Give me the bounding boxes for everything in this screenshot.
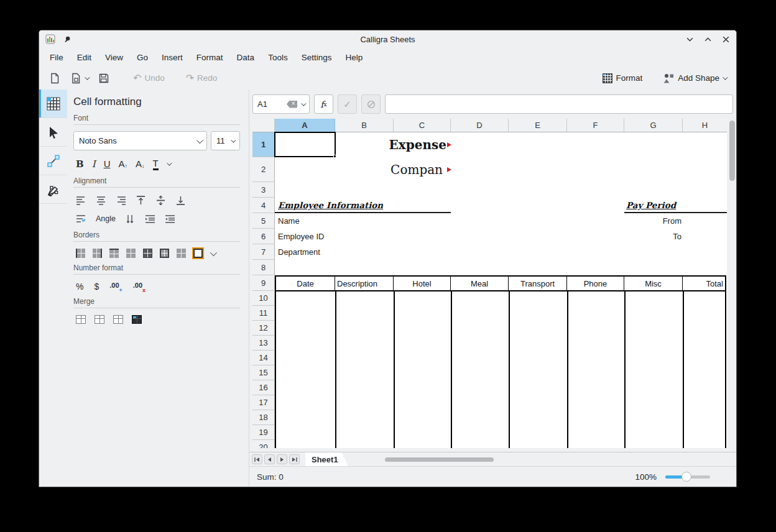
open-document-button[interactable]: [67, 70, 92, 86]
border-left-button[interactable]: [76, 249, 85, 258]
row-header-14[interactable]: 14: [252, 351, 275, 365]
outer-border-button[interactable]: [160, 249, 169, 258]
column-header-G[interactable]: G: [624, 119, 683, 132]
zoom-slider-handle[interactable]: [681, 472, 691, 482]
cell-company-title[interactable]: Compan: [335, 157, 443, 182]
horizontal-scrollbar-thumb[interactable]: [385, 457, 494, 462]
row-header-15[interactable]: 15: [252, 365, 275, 380]
formula-input[interactable]: [385, 94, 733, 114]
previous-sheet-button[interactable]: [264, 454, 275, 464]
cell-reference-box[interactable]: A1: [252, 94, 310, 114]
save-button[interactable]: [95, 70, 113, 86]
cell-department-label[interactable]: Department: [278, 244, 320, 260]
cell-tool-button[interactable]: [39, 89, 67, 118]
table-header-transport[interactable]: Transport: [509, 277, 567, 290]
grow-font-button[interactable]: A↑: [118, 159, 127, 169]
row-header-16[interactable]: 16: [252, 380, 275, 395]
cell-reference-chevron-icon[interactable]: [301, 101, 306, 106]
accept-formula-button[interactable]: ✓: [338, 94, 357, 114]
row-header-18[interactable]: 18: [252, 410, 275, 425]
menu-format[interactable]: Format: [190, 50, 230, 65]
table-header-misc[interactable]: Misc: [624, 277, 683, 290]
column-header-F[interactable]: F: [567, 119, 624, 132]
row-header-5[interactable]: 5: [252, 213, 275, 229]
percent-format-button[interactable]: %: [76, 282, 83, 291]
row-header-4[interactable]: 4: [252, 198, 275, 213]
titlebar[interactable]: Calligra Sheets: [39, 30, 736, 48]
decrease-precision-button[interactable]: .00x: [133, 282, 146, 291]
zoom-slider[interactable]: [665, 475, 710, 479]
tab-sheet1[interactable]: Sheet1: [305, 452, 348, 466]
vertical-text-button[interactable]: [125, 214, 136, 224]
font-size-select[interactable]: 11: [211, 131, 240, 150]
align-left-button[interactable]: [76, 195, 86, 206]
select-all-corner[interactable]: [252, 119, 275, 132]
format-toolbar-button[interactable]: Format: [599, 71, 646, 86]
clear-icon[interactable]: [287, 101, 297, 108]
row-header-6[interactable]: 6: [252, 229, 275, 244]
angle-button[interactable]: Angle: [96, 214, 116, 223]
row-header-9[interactable]: 9: [252, 275, 275, 291]
cell-selection-A1[interactable]: [274, 132, 336, 157]
row-header-12[interactable]: 12: [252, 321, 275, 336]
align-center-button[interactable]: [96, 195, 106, 206]
column-header-E[interactable]: E: [509, 119, 567, 132]
column-header-B[interactable]: B: [335, 119, 394, 132]
unmerge-cells-button[interactable]: [132, 315, 142, 324]
redo-button[interactable]: ↷ Redo: [182, 71, 221, 85]
row-header-19[interactable]: 19: [252, 425, 275, 440]
align-bottom-button[interactable]: [175, 195, 186, 206]
spreadsheet-grid[interactable]: A B C D E F G H 1 2 3 4: [252, 119, 727, 448]
bold-button[interactable]: B: [76, 159, 84, 169]
row-header-13[interactable]: 13: [252, 336, 275, 351]
row-header-20[interactable]: 20: [252, 440, 275, 448]
row-header-17[interactable]: 17: [252, 395, 275, 410]
last-sheet-button[interactable]: [289, 454, 300, 464]
italic-button[interactable]: I: [92, 159, 96, 169]
cell-expense-title[interactable]: Expense: [335, 132, 446, 157]
no-border-button[interactable]: [177, 249, 186, 258]
increase-precision-button[interactable]: .00+: [109, 282, 122, 291]
underline-button[interactable]: U: [104, 159, 111, 169]
font-family-select[interactable]: Noto Sans: [73, 131, 207, 150]
new-document-button[interactable]: [45, 70, 64, 86]
menu-tools[interactable]: Tools: [261, 50, 295, 65]
table-header-phone[interactable]: Phone: [567, 277, 624, 290]
cancel-formula-button[interactable]: [361, 94, 381, 114]
menu-insert[interactable]: Insert: [155, 50, 190, 65]
wrap-text-button[interactable]: [76, 214, 86, 224]
vertical-scrollbar[interactable]: [727, 119, 737, 452]
table-header-hotel[interactable]: Hotel: [394, 277, 451, 290]
column-header-H[interactable]: H: [683, 119, 727, 132]
merge-horizontal-button[interactable]: [95, 315, 104, 324]
align-right-button[interactable]: [116, 195, 126, 206]
insert-function-button[interactable]: fx: [314, 94, 333, 114]
align-middle-button[interactable]: [155, 195, 166, 206]
vertical-scrollbar-thumb[interactable]: [729, 121, 735, 181]
cell-employee-information[interactable]: Employee Information: [278, 198, 383, 213]
row-header-7[interactable]: 7: [252, 244, 275, 260]
column-header-A[interactable]: A: [275, 119, 335, 132]
menu-view[interactable]: View: [98, 50, 130, 65]
cell-employee-id-label[interactable]: Employee ID: [278, 229, 324, 244]
menu-data[interactable]: Data: [230, 50, 262, 65]
row-header-1[interactable]: 1: [252, 132, 275, 157]
row-header-11[interactable]: 11: [252, 306, 275, 321]
add-shape-button[interactable]: Add Shape: [660, 70, 730, 86]
minimize-button[interactable]: [686, 35, 694, 44]
align-top-button[interactable]: [136, 195, 146, 206]
path-edit-tool-button[interactable]: [39, 175, 67, 204]
all-borders-button[interactable]: [143, 249, 152, 258]
merge-vertical-button[interactable]: [113, 315, 123, 324]
border-color-button[interactable]: [193, 249, 203, 258]
row-header-3[interactable]: 3: [252, 182, 275, 198]
menu-go[interactable]: Go: [130, 50, 155, 65]
connector-tool-button[interactable]: [39, 147, 67, 175]
text-color-chevron-icon[interactable]: [167, 160, 172, 165]
cell-pay-period[interactable]: Pay Period: [626, 198, 676, 213]
decrease-indent-button[interactable]: [145, 214, 155, 224]
cell-name-label[interactable]: Name: [278, 213, 300, 229]
table-header-description[interactable]: Description: [335, 277, 394, 290]
row-header-10[interactable]: 10: [252, 291, 275, 306]
cell-from-label[interactable]: From: [663, 213, 681, 229]
